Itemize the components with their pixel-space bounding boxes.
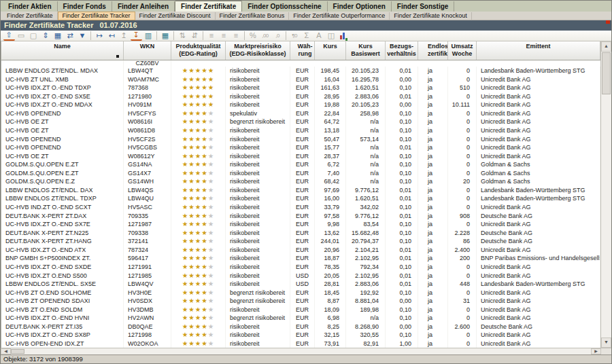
- cell-name: GOLDM.S.QU.OPEN E.Z: [1, 177, 124, 186]
- subtab-finder-zertifikate-discount[interactable]: Finder Zertifikate Discount: [135, 12, 216, 20]
- column-header-bezugsverhaeltnis[interactable]: Bezugs-verhältnis: [386, 41, 418, 60]
- align-right-icon[interactable]: ≡: [231, 31, 242, 41]
- table-row[interactable]: UC-HVB IND.ZT O.-END SCXTHV5ASC★★★★★risi…: [1, 203, 600, 212]
- table-row[interactable]: UC-HVB OPENENDHV5CFYS★★★★★spekulativEUR2…: [1, 109, 600, 118]
- table-row[interactable]: DEUT.BANK X-PERT ZT.N225709338★★★★★risik…: [1, 229, 600, 238]
- fit-window-icon[interactable]: ▢: [28, 31, 39, 41]
- column-header-name[interactable]: Name: [1, 41, 124, 60]
- table-row[interactable]: UC-HVB IDX.ZT O.-END SX7E1271987★★★★★ris…: [1, 220, 600, 229]
- add-decimal-icon[interactable]: ,00: [260, 31, 271, 41]
- tab-finder-anleihen[interactable]: Finder Anleihen: [112, 1, 175, 12]
- refresh-icon[interactable]: ⇄: [65, 31, 76, 41]
- grid-icon[interactable]: ◫: [326, 31, 337, 41]
- rating-stars: ★★★★★: [182, 280, 215, 287]
- table-view-icon[interactable]: ▦: [160, 31, 171, 41]
- table-row[interactable]: DEUT.BANK X-PERT ZT.I35DB0QAE★★★★★risiko…: [1, 323, 600, 331]
- table-row[interactable]: GOLDM.S.QU.OPEN E.ZGS14WH★★★★★risikobere…: [1, 177, 600, 186]
- sigma-icon[interactable]: Σ: [301, 31, 313, 41]
- table-row[interactable]: GOLDM.S.QU.OPEN E.ZTGS14X7★★★★★risikober…: [1, 169, 600, 178]
- table-row[interactable]: UC-HVB IDX.ZT O.-END TDXP787368★★★★★risi…: [1, 84, 600, 92]
- table-row[interactable]: DEUT.BANK X-PERT ZT.HANG372141★★★★★risik…: [1, 237, 600, 246]
- horizontal-scrollbar[interactable]: ◀ ▶: [1, 348, 611, 354]
- column-header-endloszertifikat[interactable]: Endlos-zertifikat?: [418, 41, 448, 60]
- subtab-finder-zertifikate[interactable]: Finder Zertifikate: [3, 12, 58, 20]
- tab-finder-zertifikate[interactable]: Finder Zertifikate: [175, 1, 242, 12]
- vertical-scroll-track[interactable]: [601, 95, 611, 338]
- scroll-down-icon[interactable]: ▼: [601, 338, 611, 348]
- column-header-umsatz-woche[interactable]: UmsatzWoche: [448, 41, 477, 60]
- column-header-marktpreisrisiko[interactable]: Marktpreisrisiko(EDG-Risikoklasse): [226, 41, 290, 60]
- cell-rating: ★★★★★: [171, 84, 226, 92]
- subtab-finder-zertifikate-tracker[interactable]: Finder Zertifikate Tracker: [58, 12, 135, 20]
- vertical-scroll-thumb[interactable]: [602, 52, 611, 94]
- remove-row-icon[interactable]: ↥: [118, 31, 130, 41]
- table-row[interactable]: LBBW ENDLOS ZT/ENDL. DAXLBW4QS★★★★★risik…: [1, 186, 600, 195]
- table-row[interactable]: UC-HVB ZT OPENEND SDAXIHV0SDX★★★★★begren…: [1, 297, 600, 306]
- horizontal-scroll-thumb[interactable]: [11, 349, 24, 354]
- insert-row-end-icon[interactable]: ↤: [106, 31, 118, 41]
- table-row[interactable]: LBBW ENDLOS ZT/ENDL. SX5ELBW4QV★★★★★risi…: [1, 280, 600, 289]
- subtab-finder-zertifikate-knockout[interactable]: Finder Zertifikate Knockout: [390, 12, 472, 20]
- freeze-icon[interactable]: ¶0: [289, 31, 301, 41]
- table-row[interactable]: UC-HVB IDX.ZT O.-END SXDE1271991★★★★★ris…: [1, 263, 600, 272]
- cell-kurs: 18,87: [315, 254, 346, 263]
- fit-width-icon[interactable]: ▭: [16, 31, 27, 41]
- table-row[interactable]: UC-HVB OE ZTW0861D8★★★★★risikobereitEUR1…: [1, 126, 600, 135]
- sort-ascending-icon[interactable]: ⇅: [177, 31, 188, 41]
- table-row[interactable]: LBBW ENDLOS ZT/ENDL. MDAXLBW4QT★★★★★risi…: [1, 67, 600, 75]
- column-header-kurs-basiswert[interactable]: KursBasiswert: [346, 41, 386, 60]
- table-row[interactable]: DEUT.BANK X-PERT ZT.DAX709335★★★★★risiko…: [1, 212, 600, 221]
- insert-row-icon[interactable]: ↦: [94, 31, 105, 41]
- table-row[interactable]: UC-HVB IDX.ZT O.-END HVNIHV2AWN★★★★★begr…: [1, 314, 600, 323]
- table-row[interactable]: UC-HVB ZT O.END SOLDMHV3DMB★★★★★risikobe…: [1, 306, 600, 314]
- table-row[interactable]: UC-HVB IDX.ZT O.-END MDAXHV091M★★★★★risi…: [1, 101, 600, 109]
- table-row[interactable]: GOLDM.S.QU.OPEN E.ZTGS14NA★★★★★risikober…: [1, 160, 600, 169]
- sort-descending-icon[interactable]: ⇵: [189, 31, 201, 41]
- scroll-left-icon[interactable]: ◀: [1, 348, 11, 354]
- remove-decimal-icon[interactable]: ,0: [272, 31, 284, 41]
- table-row[interactable]: UC-HVB OPENENDHV5CF2S★★★★★risikobereitEU…: [1, 135, 600, 144]
- subtab-finder-zertifikate-bonus[interactable]: Finder Zertifikate Bonus: [216, 12, 290, 20]
- align-left-icon[interactable]: ≡: [206, 31, 218, 41]
- column-header-waehrung[interactable]: Wäh-rung: [290, 41, 315, 60]
- table-row[interactable]: UC-HVB IDX.ZT O.-END ATX787324★★★★★risik…: [1, 246, 600, 255]
- filter-icon[interactable]: ▼: [77, 31, 88, 41]
- export-icon[interactable]: ⇧: [3, 31, 15, 41]
- scroll-right-icon[interactable]: ▶: [591, 348, 601, 354]
- column-select-icon[interactable]: ▦: [52, 31, 64, 41]
- column-header-emittent[interactable]: Emittent: [477, 41, 600, 60]
- horizontal-scroll-track[interactable]: [24, 348, 591, 354]
- table-row[interactable]: UC-HVB ZT O.END SOLHOMEHV3H0E★★★★★begren…: [1, 289, 600, 297]
- percent-format-icon[interactable]: %: [248, 31, 259, 41]
- fit-height-icon[interactable]: ⇕: [40, 31, 52, 41]
- table-row[interactable]: UC-HVB IDX.ZT O.END S5001271985★★★★★risi…: [1, 272, 600, 280]
- table-row[interactable]: UC-HVB OPEN-END IDX.ZTW02OKOA★★★★★risiko…: [1, 340, 600, 348]
- table-row[interactable]: UC-HVB OE ZTW08616I★★★★★begrenzt risikob…: [1, 117, 600, 126]
- table-row[interactable]: UC-HVB IDX.ZT O.-END SX8P1271998★★★★★ris…: [1, 331, 600, 340]
- tab-finder-aktien[interactable]: Finder Aktien: [3, 1, 58, 12]
- statistics-icon[interactable]: ▥: [143, 31, 154, 41]
- column-header-wkn[interactable]: WKN: [124, 41, 171, 60]
- table-row[interactable]: LBBW ENDLOS ZT/ENDL. TDXPLBW4QU★★★★★risi…: [1, 194, 600, 203]
- cell-kurs-basiswert: 2.102,95: [346, 272, 386, 280]
- sum-column-icon[interactable]: ↧: [131, 31, 142, 41]
- vertical-scrollbar[interactable]: ▲ ▼: [600, 41, 611, 348]
- column-header-kurs[interactable]: Kurs: [315, 41, 346, 60]
- table-row[interactable]: UC-HVB OE ZTW08612Y★★★★★risikobereitEUR2…: [1, 152, 600, 161]
- tab-finder-fonds[interactable]: Finder Fonds: [58, 1, 112, 12]
- align-center-icon[interactable]: ≡: [218, 31, 230, 41]
- tab-finder-optionen[interactable]: Finder Optionen: [328, 1, 392, 12]
- table-row[interactable]: UC-HVB OPENENDHV5CGBS★★★★★risikobereitEU…: [1, 143, 600, 152]
- scroll-up-icon[interactable]: ▲: [601, 41, 611, 52]
- table-row[interactable]: BNP GMBH S+P500INDEX ZT.596417★★★★★risik…: [1, 254, 600, 263]
- chart-icon[interactable]: [338, 31, 350, 41]
- table-row[interactable]: UC-HVB ZT UNL. XMBW0AM7MC★★★★★risikobere…: [1, 75, 600, 84]
- cell-waehrung: EUR: [290, 331, 315, 340]
- column-header-produktqualitaet[interactable]: Produktqualität(EDG-Rating): [171, 41, 226, 60]
- font-icon[interactable]: A: [313, 31, 325, 41]
- table-row[interactable]: UC-HVB IDX.ZT O.-END SX5E1271980★★★★★ris…: [1, 92, 600, 101]
- table-row-partial[interactable]: CZ60BV: [1, 60, 600, 67]
- tab-finder-sonstige[interactable]: Finder Sonstige: [392, 1, 455, 12]
- subtab-finder-zertifikate-outperformance[interactable]: Finder Zertifikate Outperformance: [289, 12, 390, 20]
- tab-finder-optionsscheine[interactable]: Finder Optionsscheine: [242, 1, 327, 12]
